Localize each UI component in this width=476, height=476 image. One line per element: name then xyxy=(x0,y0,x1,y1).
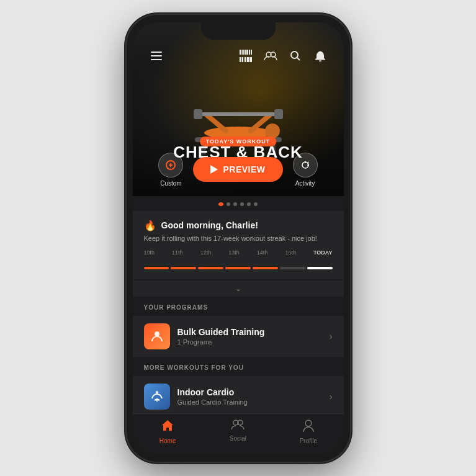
phone-frame: TODAY'S WORKOUT CHEST & BACK Custom xyxy=(127,15,350,462)
bar-3 xyxy=(198,267,223,269)
nav-icons-right xyxy=(235,45,331,67)
svg-rect-23 xyxy=(245,57,246,62)
bar-today xyxy=(307,267,333,269)
streak-label-11: 11th xyxy=(172,249,183,256)
streak-bar: 10th 11th 12th 13th 14th 15th TODAY xyxy=(144,249,333,274)
bar-5 xyxy=(253,267,278,269)
notch xyxy=(201,22,276,40)
program-sub: 1 Programs xyxy=(177,338,322,346)
dots-indicator xyxy=(133,196,344,210)
workout-avatar-cardio xyxy=(144,384,170,410)
svg-rect-11 xyxy=(151,55,162,56)
svg-rect-21 xyxy=(242,57,243,62)
svg-rect-10 xyxy=(151,52,162,53)
workout-info-cardio: Indoor Cardio Guided Cardio Training xyxy=(177,387,322,406)
svg-point-44 xyxy=(305,420,312,426)
bottom-navigation: Home Social xyxy=(133,413,344,454)
dot-1[interactable] xyxy=(218,202,223,206)
program-name: Bulk Guided Training xyxy=(177,327,322,337)
workout-chevron-right: › xyxy=(330,392,333,402)
greeting-section: 🔥 Good morning, Charlie! Keep it rolling… xyxy=(133,211,344,279)
program-chevron-right: › xyxy=(330,331,333,341)
svg-rect-15 xyxy=(243,50,245,55)
bar-6 xyxy=(280,267,305,269)
bar-4 xyxy=(225,267,251,269)
svg-rect-7 xyxy=(198,112,279,116)
svg-rect-17 xyxy=(246,50,248,55)
barcode-icon[interactable] xyxy=(235,45,257,67)
program-avatar xyxy=(144,323,170,349)
svg-rect-16 xyxy=(245,50,246,55)
streak-label-14: 14th xyxy=(257,249,268,256)
svg-point-37 xyxy=(155,331,159,336)
dot-5[interactable] xyxy=(247,202,251,206)
preview-label: PREVIEW xyxy=(223,164,265,174)
activity-action[interactable]: Activity xyxy=(293,153,318,187)
nav-tab-social[interactable]: Social xyxy=(203,419,273,444)
nav-tab-home[interactable]: Home xyxy=(133,419,203,444)
custom-label: Custom xyxy=(160,180,181,187)
nav-tab-profile[interactable]: Profile xyxy=(273,419,343,444)
streak-labels: 10th 11th 12th 13th 14th 15th TODAY xyxy=(144,249,333,256)
fire-icon: 🔥 xyxy=(144,220,156,231)
phone-screen: TODAY'S WORKOUT CHEST & BACK Custom xyxy=(133,22,344,454)
custom-icon-circle xyxy=(158,153,183,177)
svg-rect-8 xyxy=(194,109,202,119)
svg-rect-12 xyxy=(151,59,162,60)
svg-rect-9 xyxy=(274,109,283,119)
greeting-title: Good morning, Charlie! xyxy=(161,220,258,230)
dot-4[interactable] xyxy=(240,202,244,206)
dot-3[interactable] xyxy=(233,202,237,206)
social-nav-icon xyxy=(231,419,245,433)
svg-marker-32 xyxy=(210,165,218,174)
top-navigation xyxy=(133,45,344,67)
hero-section: TODAY'S WORKOUT CHEST & BACK Custom xyxy=(133,22,344,196)
streak-bars xyxy=(144,259,333,269)
screen-content: TODAY'S WORKOUT CHEST & BACK Custom xyxy=(133,22,344,454)
streak-label-12: 12th xyxy=(200,249,212,256)
menu-icon[interactable] xyxy=(145,45,168,67)
svg-rect-19 xyxy=(251,50,252,55)
expand-chevron[interactable]: ⌄ xyxy=(133,281,344,297)
dot-2[interactable] xyxy=(227,202,230,206)
custom-action[interactable]: Custom xyxy=(158,153,183,187)
more-workouts-label: MORE WORKOUTS FOR YOU xyxy=(133,357,344,376)
activity-icon-circle xyxy=(293,153,318,177)
hero-actions: Custom PREVIEW xyxy=(133,153,344,187)
social-tab-label: Social xyxy=(230,435,246,442)
svg-rect-25 xyxy=(249,57,252,62)
svg-rect-20 xyxy=(240,57,241,62)
workout-name-cardio: Indoor Cardio xyxy=(177,387,322,397)
streak-label-15: 15th xyxy=(285,249,296,256)
svg-rect-24 xyxy=(247,57,249,62)
streak-label-10: 10th xyxy=(144,249,155,256)
svg-rect-18 xyxy=(249,50,250,55)
programs-section-label: YOUR PROGRAMS xyxy=(133,297,344,316)
notification-icon[interactable] xyxy=(309,45,331,67)
preview-button[interactable]: PREVIEW xyxy=(193,157,282,182)
program-item-bulk[interactable]: Bulk Guided Training 1 Programs › xyxy=(133,316,344,357)
home-tab-label: Home xyxy=(159,438,176,444)
svg-point-28 xyxy=(291,52,298,58)
profile-nav-icon xyxy=(302,419,315,436)
streak-label-13: 13th xyxy=(228,249,240,256)
svg-point-30 xyxy=(319,60,321,61)
search-icon[interactable] xyxy=(284,45,307,67)
profile-tab-label: Profile xyxy=(300,438,317,444)
activity-label: Activity xyxy=(295,180,315,187)
bar-2 xyxy=(171,267,196,269)
streak-label-today: TODAY xyxy=(313,249,333,256)
social-icon[interactable] xyxy=(259,45,282,67)
svg-point-38 xyxy=(156,391,158,393)
home-icon xyxy=(161,419,174,436)
svg-rect-14 xyxy=(242,50,243,55)
greeting-top: 🔥 Good morning, Charlie! xyxy=(144,220,333,231)
program-info: Bulk Guided Training 1 Programs xyxy=(177,327,322,346)
svg-line-29 xyxy=(297,57,300,60)
svg-rect-22 xyxy=(244,57,245,62)
svg-rect-13 xyxy=(240,50,241,55)
dot-6[interactable] xyxy=(254,202,258,206)
workout-item-indoor-cardio[interactable]: Indoor Cardio Guided Cardio Training › xyxy=(133,376,344,417)
bar-1 xyxy=(144,267,169,269)
workout-sub-cardio: Guided Cardio Training xyxy=(177,398,322,406)
